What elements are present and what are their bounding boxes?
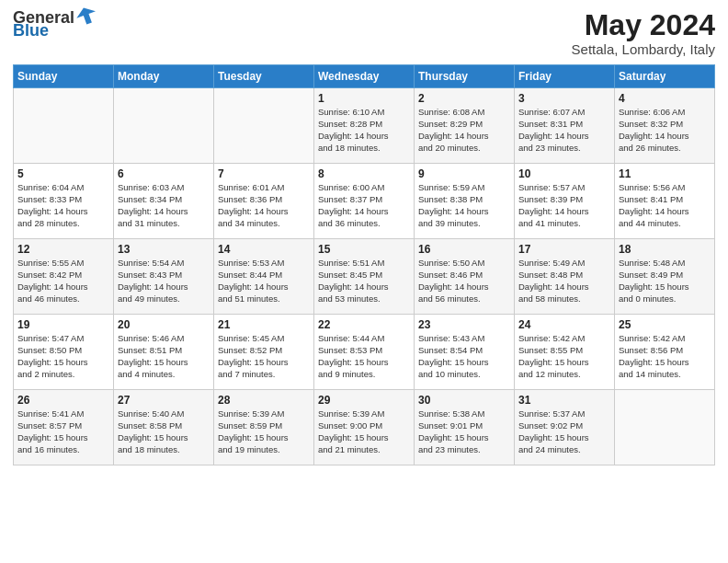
svg-marker-0 (76, 6, 97, 26)
day-info: Sunrise: 5:37 AM Sunset: 9:02 PM Dayligh… (518, 408, 610, 455)
calendar-cell (114, 88, 214, 164)
day-number: 26 (17, 394, 109, 407)
calendar-cell: 13Sunrise: 5:54 AM Sunset: 8:43 PM Dayli… (114, 239, 214, 315)
day-number: 6 (118, 167, 210, 180)
title-block: May 2024 Settala, Lombardy, Italy (572, 9, 715, 57)
day-number: 22 (318, 318, 410, 331)
calendar-cell: 14Sunrise: 5:53 AM Sunset: 8:44 PM Dayli… (214, 239, 314, 315)
col-wednesday: Wednesday (314, 65, 415, 88)
calendar-cell: 18Sunrise: 5:48 AM Sunset: 8:49 PM Dayli… (615, 239, 715, 315)
col-saturday: Saturday (615, 65, 715, 88)
day-info: Sunrise: 6:07 AM Sunset: 8:31 PM Dayligh… (518, 107, 610, 154)
calendar-week-5: 26Sunrise: 5:41 AM Sunset: 8:57 PM Dayli… (14, 390, 715, 465)
calendar-cell: 8Sunrise: 6:00 AM Sunset: 8:37 PM Daylig… (314, 164, 415, 239)
col-friday: Friday (515, 65, 615, 88)
calendar-table: Sunday Monday Tuesday Wednesday Thursday… (13, 64, 715, 465)
day-info: Sunrise: 5:49 AM Sunset: 8:48 PM Dayligh… (518, 258, 610, 304)
day-info: Sunrise: 5:47 AM Sunset: 8:50 PM Dayligh… (17, 333, 109, 380)
calendar-cell: 2Sunrise: 6:08 AM Sunset: 8:29 PM Daylig… (415, 88, 515, 164)
day-number: 19 (17, 318, 109, 331)
calendar-cell: 7Sunrise: 6:01 AM Sunset: 8:36 PM Daylig… (214, 164, 314, 239)
calendar-week-3: 12Sunrise: 5:55 AM Sunset: 8:42 PM Dayli… (14, 239, 715, 315)
calendar-cell: 24Sunrise: 5:42 AM Sunset: 8:55 PM Dayli… (515, 315, 615, 390)
calendar-cell (14, 88, 114, 164)
day-info: Sunrise: 5:43 AM Sunset: 8:54 PM Dayligh… (418, 333, 510, 380)
calendar-cell: 17Sunrise: 5:49 AM Sunset: 8:48 PM Dayli… (515, 239, 615, 315)
day-info: Sunrise: 5:39 AM Sunset: 8:59 PM Dayligh… (218, 408, 310, 455)
calendar-cell: 11Sunrise: 5:56 AM Sunset: 8:41 PM Dayli… (615, 164, 715, 239)
day-number: 14 (218, 243, 310, 256)
day-number: 20 (118, 318, 210, 331)
header: General Blue May 2024 Settala, Lombardy,… (13, 9, 715, 57)
calendar-header: Sunday Monday Tuesday Wednesday Thursday… (14, 65, 715, 88)
day-info: Sunrise: 5:50 AM Sunset: 8:46 PM Dayligh… (418, 258, 510, 304)
col-thursday: Thursday (415, 65, 515, 88)
day-info: Sunrise: 6:03 AM Sunset: 8:34 PM Dayligh… (118, 182, 210, 229)
day-info: Sunrise: 5:53 AM Sunset: 8:44 PM Dayligh… (218, 258, 310, 304)
day-number: 7 (218, 167, 310, 180)
day-number: 31 (518, 394, 610, 407)
day-number: 30 (418, 394, 510, 407)
calendar-cell: 6Sunrise: 6:03 AM Sunset: 8:34 PM Daylig… (114, 164, 214, 239)
day-number: 16 (418, 243, 510, 256)
calendar-week-1: 1Sunrise: 6:10 AM Sunset: 8:28 PM Daylig… (14, 88, 715, 164)
day-number: 21 (218, 318, 310, 331)
day-info: Sunrise: 6:00 AM Sunset: 8:37 PM Dayligh… (318, 182, 410, 229)
day-info: Sunrise: 5:59 AM Sunset: 8:38 PM Dayligh… (418, 182, 510, 229)
calendar-cell: 23Sunrise: 5:43 AM Sunset: 8:54 PM Dayli… (415, 315, 515, 390)
calendar-cell: 1Sunrise: 6:10 AM Sunset: 8:28 PM Daylig… (314, 88, 415, 164)
day-info: Sunrise: 6:06 AM Sunset: 8:32 PM Dayligh… (619, 107, 711, 154)
calendar-cell: 31Sunrise: 5:37 AM Sunset: 9:02 PM Dayli… (515, 390, 615, 465)
day-number: 27 (118, 394, 210, 407)
day-info: Sunrise: 5:41 AM Sunset: 8:57 PM Dayligh… (17, 408, 109, 455)
day-number: 15 (318, 243, 410, 256)
day-info: Sunrise: 5:56 AM Sunset: 8:41 PM Dayligh… (619, 182, 711, 229)
calendar-cell: 19Sunrise: 5:47 AM Sunset: 8:50 PM Dayli… (14, 315, 114, 390)
day-info: Sunrise: 5:45 AM Sunset: 8:52 PM Dayligh… (218, 333, 310, 380)
calendar-cell: 25Sunrise: 5:42 AM Sunset: 8:56 PM Dayli… (615, 315, 715, 390)
month-title: May 2024 (572, 9, 715, 41)
calendar-body: 1Sunrise: 6:10 AM Sunset: 8:28 PM Daylig… (14, 88, 715, 465)
page-container: General Blue May 2024 Settala, Lombardy,… (0, 0, 728, 475)
calendar-cell: 29Sunrise: 5:39 AM Sunset: 9:00 PM Dayli… (314, 390, 415, 465)
calendar-cell (214, 88, 314, 164)
calendar-cell: 3Sunrise: 6:07 AM Sunset: 8:31 PM Daylig… (515, 88, 615, 164)
day-info: Sunrise: 5:51 AM Sunset: 8:45 PM Dayligh… (318, 258, 410, 304)
calendar-cell: 27Sunrise: 5:40 AM Sunset: 8:58 PM Dayli… (114, 390, 214, 465)
header-row: Sunday Monday Tuesday Wednesday Thursday… (14, 65, 715, 88)
calendar-cell: 16Sunrise: 5:50 AM Sunset: 8:46 PM Dayli… (415, 239, 515, 315)
calendar-cell: 28Sunrise: 5:39 AM Sunset: 8:59 PM Dayli… (214, 390, 314, 465)
day-info: Sunrise: 6:08 AM Sunset: 8:29 PM Dayligh… (418, 107, 510, 154)
col-sunday: Sunday (14, 65, 114, 88)
day-number: 25 (619, 318, 711, 331)
day-number: 11 (619, 167, 711, 180)
day-number: 28 (218, 394, 310, 407)
day-number: 29 (318, 394, 410, 407)
col-tuesday: Tuesday (214, 65, 314, 88)
day-info: Sunrise: 5:42 AM Sunset: 8:55 PM Dayligh… (518, 333, 610, 380)
day-number: 2 (418, 92, 510, 105)
calendar-cell: 12Sunrise: 5:55 AM Sunset: 8:42 PM Dayli… (14, 239, 114, 315)
day-info: Sunrise: 5:38 AM Sunset: 9:01 PM Dayligh… (418, 408, 510, 455)
calendar-cell: 5Sunrise: 6:04 AM Sunset: 8:33 PM Daylig… (14, 164, 114, 239)
calendar-week-4: 19Sunrise: 5:47 AM Sunset: 8:50 PM Dayli… (14, 315, 715, 390)
calendar-cell: 10Sunrise: 5:57 AM Sunset: 8:39 PM Dayli… (515, 164, 615, 239)
calendar-cell: 4Sunrise: 6:06 AM Sunset: 8:32 PM Daylig… (615, 88, 715, 164)
day-info: Sunrise: 5:48 AM Sunset: 8:49 PM Dayligh… (619, 258, 711, 304)
day-number: 1 (318, 92, 410, 105)
day-number: 24 (518, 318, 610, 331)
day-info: Sunrise: 5:39 AM Sunset: 9:00 PM Dayligh… (318, 408, 410, 455)
calendar-cell: 22Sunrise: 5:44 AM Sunset: 8:53 PM Dayli… (314, 315, 415, 390)
calendar-cell: 30Sunrise: 5:38 AM Sunset: 9:01 PM Dayli… (415, 390, 515, 465)
day-info: Sunrise: 5:40 AM Sunset: 8:58 PM Dayligh… (118, 408, 210, 455)
day-number: 18 (619, 243, 711, 256)
calendar-cell (615, 390, 715, 465)
day-info: Sunrise: 5:46 AM Sunset: 8:51 PM Dayligh… (118, 333, 210, 380)
day-number: 5 (17, 167, 109, 180)
calendar-cell: 20Sunrise: 5:46 AM Sunset: 8:51 PM Dayli… (114, 315, 214, 390)
day-number: 10 (518, 167, 610, 180)
day-number: 17 (518, 243, 610, 256)
calendar-cell: 15Sunrise: 5:51 AM Sunset: 8:45 PM Dayli… (314, 239, 415, 315)
calendar-cell: 21Sunrise: 5:45 AM Sunset: 8:52 PM Dayli… (214, 315, 314, 390)
calendar-cell: 9Sunrise: 5:59 AM Sunset: 8:38 PM Daylig… (415, 164, 515, 239)
